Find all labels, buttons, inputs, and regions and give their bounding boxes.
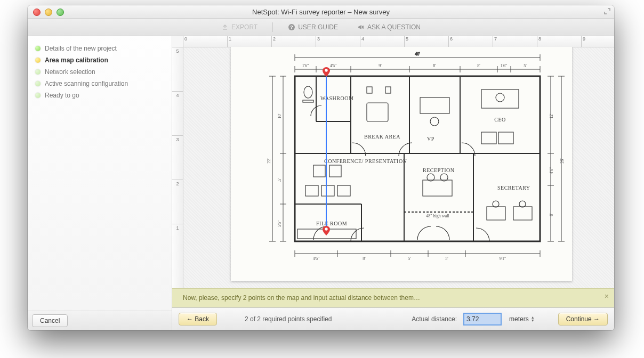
wizard-steps-list: Details of the new project Area map cali… bbox=[28, 36, 172, 311]
map-canvas[interactable]: 40' bbox=[183, 47, 614, 288]
calibration-pin-end[interactable] bbox=[323, 226, 330, 235]
svg-rect-50 bbox=[423, 180, 452, 196]
ruler-tick: 1 bbox=[172, 224, 183, 268]
svg-text:40': 40' bbox=[415, 52, 420, 56]
ruler-horizontal: 0 1 2 3 4 5 6 7 8 9 bbox=[183, 36, 614, 47]
svg-rect-38 bbox=[385, 87, 391, 93]
svg-text:1'6": 1'6" bbox=[501, 63, 508, 68]
svg-text:FILE ROOM: FILE ROOM bbox=[316, 221, 347, 226]
status-dot-icon bbox=[35, 46, 41, 51]
status-dot-icon bbox=[35, 58, 41, 63]
svg-text:48" high wall: 48" high wall bbox=[426, 214, 449, 218]
svg-text:5': 5' bbox=[445, 256, 448, 261]
status-dot-icon bbox=[35, 69, 41, 75]
wizard-footer: ← Back 2 of 2 required points specified … bbox=[172, 307, 614, 330]
megaphone-icon bbox=[357, 23, 365, 31]
svg-rect-39 bbox=[420, 97, 449, 113]
back-button[interactable]: ← Back bbox=[179, 313, 217, 326]
svg-text:8': 8' bbox=[549, 213, 554, 216]
ask-question-label: ASK A QUESTION bbox=[367, 23, 421, 31]
ruler-tick: 5 bbox=[404, 36, 448, 47]
ruler-tick: 3 bbox=[316, 36, 360, 47]
svg-rect-49 bbox=[337, 185, 350, 196]
distance-input[interactable] bbox=[463, 313, 502, 326]
ruler-tick: 1 bbox=[227, 36, 271, 47]
svg-point-34 bbox=[304, 86, 312, 98]
svg-point-104 bbox=[325, 227, 327, 230]
svg-text:CEO: CEO bbox=[494, 117, 506, 123]
wizard-step-network[interactable]: Network selection bbox=[31, 66, 168, 78]
svg-text:4'6": 4'6" bbox=[549, 167, 554, 174]
floorplan-image: 40' bbox=[231, 47, 572, 281]
window-title: NetSpot: Wi-Fi survey reporter – New sur… bbox=[28, 8, 614, 16]
svg-rect-35 bbox=[303, 100, 313, 102]
wizard-step-label: Area map calibration bbox=[45, 56, 108, 64]
svg-point-42 bbox=[496, 93, 504, 102]
svg-rect-44 bbox=[498, 132, 513, 144]
toolbar-divider bbox=[272, 22, 273, 32]
ruler-tick: 8 bbox=[537, 36, 581, 47]
instruction-bar: Now, please, specify 2 points on the map… bbox=[172, 288, 614, 307]
svg-text:SECRETARY: SECRETARY bbox=[497, 185, 530, 191]
svg-text:?: ? bbox=[290, 25, 293, 30]
svg-rect-36 bbox=[367, 103, 388, 121]
wizard-step-details[interactable]: Details of the new project bbox=[31, 43, 168, 54]
ruler-tick: 2 bbox=[271, 36, 316, 47]
ruler-corner bbox=[172, 36, 183, 47]
ruler-tick: 3 bbox=[172, 135, 183, 180]
svg-text:5': 5' bbox=[408, 256, 411, 261]
cancel-button[interactable]: Cancel bbox=[32, 314, 68, 327]
svg-rect-47 bbox=[305, 185, 318, 196]
export-label: EXPORT bbox=[231, 23, 257, 31]
svg-text:5': 5' bbox=[524, 63, 527, 68]
svg-text:8': 8' bbox=[433, 63, 436, 68]
wizard-step-scanning[interactable]: Active scanning configuration bbox=[31, 78, 168, 90]
ruler-tick: 7 bbox=[493, 36, 537, 47]
help-icon: ? bbox=[288, 23, 295, 31]
svg-text:26': 26' bbox=[560, 158, 565, 164]
user-guide-button[interactable]: ? USER GUIDE bbox=[284, 22, 342, 32]
wizard-step-label: Details of the new project bbox=[45, 45, 117, 52]
status-dot-icon bbox=[35, 93, 41, 98]
svg-rect-43 bbox=[481, 132, 496, 144]
svg-text:5'6": 5'6" bbox=[277, 221, 282, 227]
svg-point-55 bbox=[493, 201, 499, 207]
wizard-sidebar: Details of the new project Area map cali… bbox=[28, 36, 172, 330]
export-icon bbox=[221, 23, 229, 31]
svg-text:12': 12' bbox=[549, 113, 554, 119]
ruler-tick: 4 bbox=[360, 36, 404, 47]
wizard-step-ready[interactable]: Ready to go bbox=[31, 90, 168, 101]
wizard-step-calibration[interactable]: Area map calibration bbox=[31, 54, 168, 66]
calibration-pin-start[interactable] bbox=[323, 67, 330, 77]
main-panel: 0 1 2 3 4 5 6 7 8 9 5 4 3 bbox=[172, 36, 614, 330]
svg-point-103 bbox=[325, 69, 327, 71]
close-window-button[interactable] bbox=[33, 9, 41, 16]
zoom-window-button[interactable] bbox=[57, 9, 64, 16]
export-button[interactable]: EXPORT bbox=[217, 22, 262, 32]
ruler-tick: 6 bbox=[448, 36, 493, 47]
instruction-text: Now, please, specify 2 points on the map… bbox=[183, 294, 420, 302]
fullscreen-icon[interactable] bbox=[603, 7, 611, 15]
svg-text:VP: VP bbox=[427, 136, 434, 142]
svg-text:9'1": 9'1" bbox=[500, 256, 506, 261]
ruler-tick: 9 bbox=[581, 36, 614, 47]
ruler-tick: 5 bbox=[172, 47, 183, 91]
svg-text:4'6": 4'6" bbox=[330, 63, 337, 68]
distance-label: Actual distance: bbox=[412, 315, 457, 323]
calibration-line[interactable] bbox=[326, 74, 327, 228]
svg-rect-37 bbox=[367, 87, 372, 93]
svg-text:RECEPTION: RECEPTION bbox=[423, 167, 455, 173]
units-select[interactable]: meters ▲▼ bbox=[508, 314, 536, 324]
close-icon[interactable]: × bbox=[605, 292, 609, 300]
svg-text:9': 9' bbox=[379, 63, 382, 68]
ask-question-button[interactable]: ASK A QUESTION bbox=[353, 22, 425, 32]
ruler-tick: 0 bbox=[183, 36, 227, 47]
svg-rect-41 bbox=[481, 90, 519, 108]
svg-text:8': 8' bbox=[477, 63, 480, 68]
continue-button[interactable]: Continue → bbox=[558, 313, 608, 326]
svg-rect-46 bbox=[329, 165, 341, 177]
minimize-window-button[interactable] bbox=[45, 9, 52, 16]
svg-text:CONFERENCE/ PRESENTATION: CONFERENCE/ PRESENTATION bbox=[324, 158, 407, 164]
svg-text:4'6": 4'6" bbox=[313, 256, 320, 261]
wizard-step-label: Active scanning configuration bbox=[45, 80, 128, 87]
